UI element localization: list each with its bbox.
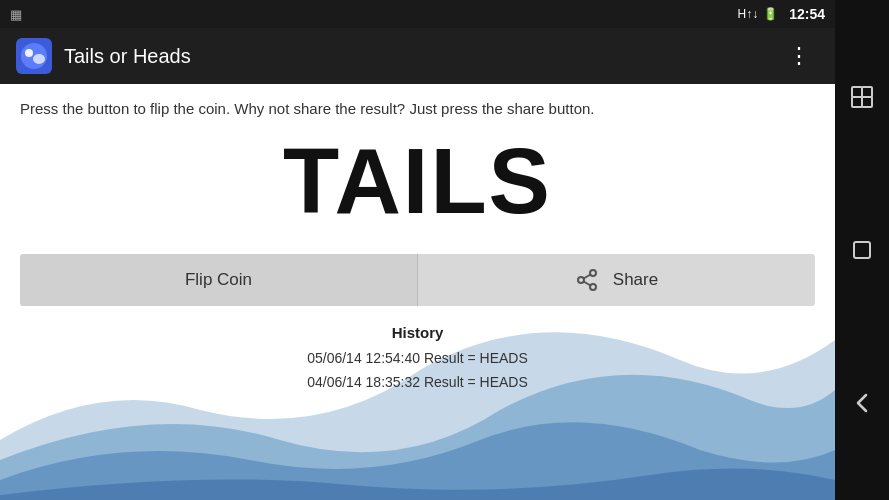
- app-bar: Tails or Heads ⋮: [0, 28, 835, 84]
- app-icon: [16, 38, 52, 74]
- share-button-label: Share: [613, 270, 658, 290]
- share-icon: [575, 268, 599, 292]
- svg-point-1: [25, 49, 33, 57]
- battery-icon: 🔋: [763, 7, 778, 21]
- svg-rect-10: [852, 97, 862, 107]
- svg-line-7: [583, 275, 590, 279]
- share-button[interactable]: Share: [418, 254, 815, 306]
- svg-rect-8: [852, 87, 862, 97]
- grid-icon: ▦: [10, 7, 22, 22]
- svg-point-2: [33, 54, 45, 64]
- result-display: TAILS: [0, 121, 835, 250]
- flip-coin-button[interactable]: Flip Coin: [20, 254, 418, 306]
- app-title: Tails or Heads: [64, 45, 780, 68]
- history-item-2: 04/06/14 18:35:32 Result = HEADS: [20, 371, 815, 395]
- main-content: Press the button to flip the coin. Why n…: [0, 84, 835, 500]
- svg-line-6: [583, 282, 590, 286]
- svg-rect-9: [862, 87, 872, 97]
- signal-indicator: H↑↓: [738, 7, 759, 21]
- back-button[interactable]: [844, 385, 880, 421]
- overflow-menu-button[interactable]: ⋮: [780, 35, 819, 77]
- status-bar: ▦ H↑↓ 🔋 12:54: [0, 0, 835, 28]
- history-item-1: 05/06/14 12:54:40 Result = HEADS: [20, 347, 815, 371]
- status-icons: H↑↓ 🔋 12:54: [738, 6, 825, 22]
- recents-button[interactable]: [844, 79, 880, 115]
- svg-rect-11: [862, 97, 872, 107]
- instruction-text: Press the button to flip the coin. Why n…: [0, 84, 835, 121]
- home-button[interactable]: [844, 232, 880, 268]
- status-time: 12:54: [789, 6, 825, 22]
- buttons-row: Flip Coin Share: [20, 254, 815, 306]
- history-section: History 05/06/14 12:54:40 Result = HEADS…: [0, 310, 835, 399]
- svg-rect-12: [854, 242, 870, 258]
- history-title: History: [20, 324, 815, 341]
- nav-panel: [835, 0, 889, 500]
